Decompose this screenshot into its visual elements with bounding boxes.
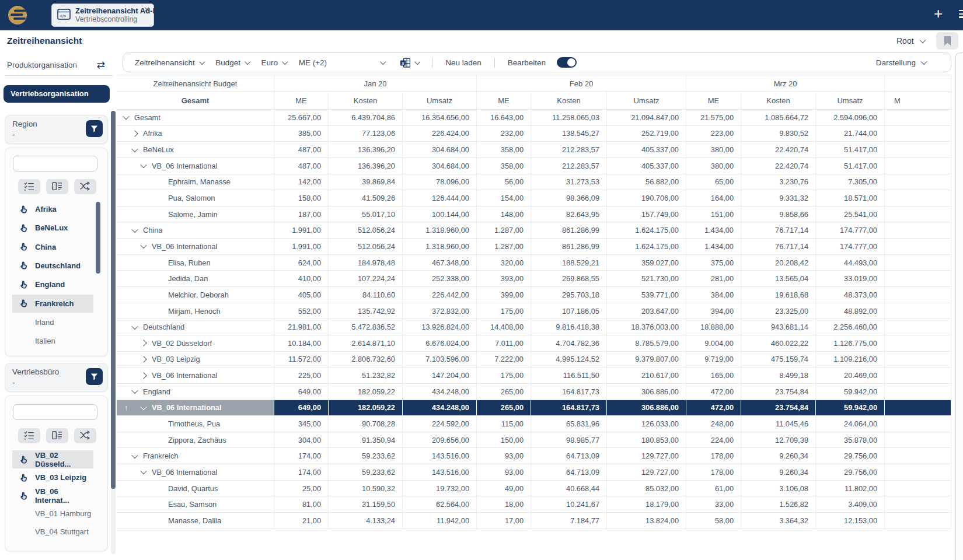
data-cell-overflow[interactable]	[885, 174, 951, 190]
data-cell[interactable]: 1.085.664,72	[741, 110, 816, 125]
data-cell[interactable]: 3.409,00	[816, 496, 885, 512]
row-label[interactable]: Zippora, Zachäus	[117, 432, 274, 448]
collapse-icon[interactable]	[131, 226, 138, 233]
data-cell[interactable]: 4.995.124,52	[531, 352, 607, 368]
column-group-header-jan-20[interactable]: Jan 20	[274, 75, 477, 92]
data-cell[interactable]: 9.858,66	[741, 206, 816, 222]
data-cell[interactable]: 158,00	[274, 190, 329, 206]
collapse-icon[interactable]	[131, 146, 138, 152]
table-row-vb-03-leipzig[interactable]: VB_03 Leipzig11.572,002.806.732,607.103.…	[117, 352, 951, 368]
data-cell[interactable]: 33,00	[686, 496, 741, 512]
data-cell[interactable]: 8.785.579,00	[607, 335, 686, 351]
data-cell[interactable]: 20.469,00	[816, 368, 885, 383]
data-cell[interactable]: 224,00	[686, 432, 741, 448]
list-item-vb-03-leipzig[interactable]: VB_03 Leipzig	[12, 468, 93, 487]
menu-icon[interactable]	[959, 10, 963, 20]
data-cell[interactable]: 55.017,10	[329, 206, 403, 222]
data-cell[interactable]: 51.417,00	[816, 142, 885, 158]
table-row-timotheus-pua[interactable]: Timotheus, Pua345,0090.708,28224.592,001…	[117, 416, 951, 432]
data-cell[interactable]: 21,00	[274, 513, 329, 528]
table-row-salome-jamin[interactable]: Salome, Jamin187,0055.017,10100.144,0014…	[117, 206, 951, 223]
data-cell[interactable]: 16.643,00	[477, 110, 531, 125]
data-cell[interactable]: 304.684,00	[403, 142, 477, 158]
data-cell-overflow[interactable]	[885, 496, 951, 512]
measure-header-mrz-20-kosten[interactable]: Kosten	[741, 92, 816, 109]
data-cell[interactable]: 3.364,32	[741, 513, 816, 528]
row-label[interactable]: England	[117, 384, 274, 400]
collapse-icon[interactable]	[123, 113, 129, 120]
row-label[interactable]: VB_03 Leipzig	[117, 352, 274, 368]
table-row-vb-06-international[interactable]: VB_06 International487,00136.396,20304.6…	[117, 158, 951, 174]
data-cell[interactable]: 9.719,00	[686, 352, 741, 368]
data-cell[interactable]: 22.420,74	[741, 142, 816, 158]
data-cell-overflow[interactable]	[885, 239, 951, 254]
data-cell[interactable]: 143.516,00	[403, 464, 477, 480]
data-cell[interactable]: 188.529,21	[531, 255, 607, 271]
data-cell[interactable]: 1.126.775,00	[816, 335, 885, 351]
data-cell[interactable]: 295.703,18	[531, 287, 607, 303]
data-cell[interactable]: 18.179,00	[607, 496, 686, 512]
hierarchy-list-button[interactable]	[46, 428, 68, 443]
data-cell[interactable]: 6.439.704,86	[329, 110, 403, 125]
data-cell[interactable]: 93,00	[477, 464, 531, 480]
data-cell[interactable]: 1.434,00	[686, 222, 741, 238]
toolbar-menu-budget[interactable]: Budget	[215, 58, 249, 67]
data-cell[interactable]: 13.565,04	[741, 271, 816, 286]
data-cell[interactable]: 13.926.824,00	[403, 319, 477, 335]
shuffle-button[interactable]	[74, 428, 96, 443]
data-cell[interactable]: 9.260,34	[741, 448, 816, 464]
data-cell[interactable]: 10.241,67	[531, 496, 607, 512]
data-cell[interactable]: 209.656,00	[403, 432, 477, 448]
data-cell[interactable]: 116.511,50	[531, 368, 607, 383]
data-cell[interactable]: 385,00	[274, 126, 329, 142]
data-cell[interactable]: 164,00	[686, 190, 741, 206]
data-cell[interactable]: 39.869,84	[329, 174, 403, 190]
data-cell[interactable]: 178,00	[686, 464, 741, 480]
row-label[interactable]: Jedida, Dan	[117, 271, 274, 286]
data-cell[interactable]: 252.719,00	[607, 126, 686, 142]
select-all-button[interactable]	[18, 179, 40, 194]
list-item-vb-06-internat[interactable]: VB_06 Internat...	[12, 487, 93, 505]
row-label[interactable]: Pua, Salomon	[117, 190, 274, 206]
data-cell[interactable]: 11.045,46	[741, 416, 816, 432]
data-cell[interactable]: 129.727,00	[607, 448, 686, 464]
data-cell[interactable]: 1.318.960,00	[403, 222, 477, 238]
data-cell[interactable]: 1.287,00	[477, 222, 531, 238]
data-cell[interactable]: 7.103.596,00	[403, 352, 477, 368]
data-cell-overflow[interactable]	[885, 416, 951, 432]
data-cell[interactable]: 182.059,22	[329, 384, 403, 400]
data-cell[interactable]: 64.713,09	[531, 464, 607, 480]
row-label[interactable]: Mirjam, Henoch	[117, 303, 274, 319]
data-cell[interactable]: 232,00	[477, 126, 531, 142]
data-cell[interactable]: 861.286,99	[531, 222, 607, 238]
data-cell-overflow[interactable]	[885, 319, 951, 335]
data-cell[interactable]: 174,00	[274, 464, 329, 480]
data-cell[interactable]: 164.817,73	[531, 384, 607, 400]
data-cell[interactable]: 23.754,84	[741, 400, 816, 416]
data-cell[interactable]: 77.123,06	[329, 126, 403, 142]
measure-header-overflow[interactable]: M	[885, 92, 951, 109]
data-cell[interactable]: 9.830,52	[741, 126, 816, 142]
list-item-irland[interactable]: Irland	[12, 313, 93, 331]
data-cell[interactable]: 2.594.096,00	[816, 110, 885, 125]
table-row-vb-06-international[interactable]: VB_06 International1.991,00512.056,241.3…	[117, 239, 951, 255]
data-cell[interactable]: 9.260,34	[741, 464, 816, 480]
data-cell[interactable]: 154,00	[477, 190, 531, 206]
reload-button[interactable]: Neu laden	[445, 58, 482, 67]
data-cell[interactable]: 3.230,76	[741, 174, 816, 190]
data-cell[interactable]: 13.824,00	[607, 513, 686, 528]
data-cell[interactable]: 487,00	[274, 142, 329, 158]
data-cell[interactable]: 320,00	[477, 255, 531, 271]
data-cell[interactable]: 210.617,00	[607, 368, 686, 383]
data-cell[interactable]: 372.832,00	[403, 303, 477, 319]
data-cell[interactable]: 472,00	[686, 400, 741, 416]
list-item-frankreich[interactable]: Frankreich	[12, 295, 93, 313]
search-input[interactable]	[13, 404, 97, 420]
data-cell[interactable]: 174.777,00	[816, 222, 885, 238]
data-cell[interactable]: 11.258.065,03	[531, 110, 607, 125]
data-cell[interactable]: 4.704.782,36	[531, 335, 607, 351]
data-cell[interactable]: 115,00	[477, 416, 531, 432]
data-cell[interactable]: 7.184,77	[531, 513, 607, 528]
row-label[interactable]: ↑VB_06 International	[117, 400, 274, 416]
data-cell[interactable]: 59.233,62	[329, 448, 403, 464]
